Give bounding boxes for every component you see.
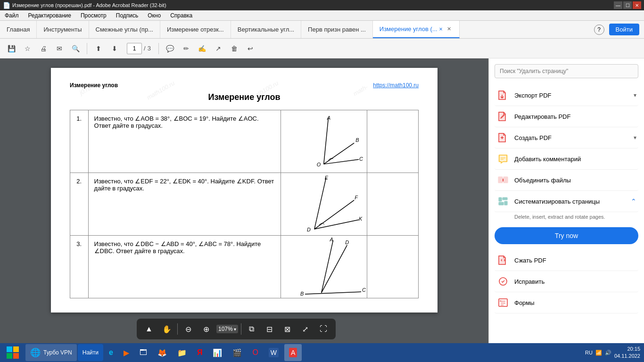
panel-item-edit[interactable]: Редактировать PDF — [495, 106, 638, 127]
next-page-button[interactable]: ⬇ — [108, 42, 121, 55]
diagram-svg-3: A D C B — [281, 236, 366, 296]
tab-tools[interactable]: Инструменты — [37, 21, 89, 38]
zoom-out-button[interactable]: ⊖ — [181, 321, 196, 337]
expand-create-icon[interactable]: ▾ — [634, 134, 636, 141]
svg-text:D: D — [307, 227, 311, 232]
prev-page-button[interactable]: ⬆ — [92, 42, 105, 55]
page-number-input[interactable] — [127, 43, 142, 54]
toolbar-separator-2 — [158, 43, 159, 54]
fit-page-button[interactable]: ⊟ — [262, 321, 277, 337]
menu-help[interactable]: Справка — [168, 11, 194, 20]
tab-first-sign[interactable]: Перв призн равен ... — [301, 21, 373, 38]
fullscreen-button[interactable]: ⛶ — [316, 321, 331, 337]
taskbar-item-vpn[interactable]: 🌐 Турбо VPN — [25, 344, 77, 361]
save-button[interactable]: 💾 — [5, 42, 18, 55]
taskbar-item-excel[interactable]: 📊 — [208, 344, 227, 361]
expand-organize-icon[interactable]: ⌃ — [631, 197, 636, 205]
menu-edit[interactable]: Редактирование — [26, 11, 73, 20]
organize-pages-icon — [496, 195, 510, 208]
panel-item-forms[interactable]: Формы — [495, 292, 638, 313]
pdf-header-link[interactable]: https://math100.ru — [373, 82, 419, 89]
bookmark-button[interactable]: ☆ — [21, 42, 34, 55]
taskbar-item-win[interactable]: 🗔 — [135, 344, 152, 361]
rotate-button[interactable]: ⤢ — [298, 321, 313, 337]
panel-item-compress[interactable]: Сжать PDF — [495, 250, 638, 271]
copy-button[interactable]: ⧉ — [244, 321, 259, 337]
prob-diagram-1: A B C O — [281, 110, 367, 173]
close-button[interactable]: ✕ — [633, 1, 641, 9]
panel-item-organize[interactable]: Систематизировать страницы ⌃ — [495, 191, 638, 212]
draw-button[interactable]: ✏ — [180, 42, 193, 55]
tab-measure-angles[interactable]: Измерение углов (... × ✕ — [373, 21, 460, 38]
menu-window[interactable]: Окно — [146, 11, 163, 20]
diagram-svg-1: A B C O — [281, 110, 366, 171]
panel-label-create: Создать PDF — [514, 134, 629, 141]
menu-view[interactable]: Просмотр — [79, 11, 108, 20]
panel-item-merge[interactable]: Объединить файлы — [495, 170, 638, 191]
svg-text:A: A — [327, 115, 330, 121]
taskbar-right: RU 📶 🔊 20:15 04.11.2022 — [585, 346, 643, 360]
login-button[interactable]: Войти — [609, 24, 639, 35]
problems-table: 1. Известно, что ∠AOB = 38°, ∠BOC = 19°.… — [70, 110, 419, 298]
pdf-header-title: Измерение углов — [70, 82, 118, 89]
page-navigation: / 3 — [127, 43, 151, 54]
zoom-display[interactable]: 107% ▾ — [216, 325, 238, 333]
svg-rect-29 — [499, 202, 504, 205]
prob-text-1: Известно, что ∠AOB = 38°, ∠BOC = 19°. На… — [88, 110, 281, 173]
email-button[interactable]: ✉ — [53, 42, 66, 55]
taskbar-item-video[interactable]: 🎬 — [228, 344, 247, 361]
taskbar-item-search[interactable]: Найти — [78, 344, 103, 361]
volume-icon: 🔊 — [605, 350, 611, 356]
start-button[interactable] — [1, 344, 25, 362]
menu-file[interactable]: Файл — [3, 11, 21, 20]
hand-tool-button[interactable]: ✋ — [159, 321, 174, 337]
taskbar-item-firefox[interactable]: 🦊 — [153, 344, 172, 361]
zoom-value: 107% — [218, 326, 233, 332]
panel-item-fix[interactable]: Исправить — [495, 271, 638, 292]
tab-close-icon[interactable]: ✕ — [446, 25, 453, 33]
maximize-button[interactable]: ☐ — [623, 1, 632, 9]
taskbar-item-ie[interactable]: e — [104, 344, 118, 361]
undo-button[interactable]: ↩ — [244, 42, 257, 55]
tab-measure-segments[interactable]: Измерение отрезк... — [160, 21, 231, 38]
tab-vertical-angles[interactable]: Вертикальные угл... — [231, 21, 301, 38]
highlight-button[interactable]: ✍ — [196, 42, 209, 55]
svg-rect-35 — [7, 346, 12, 352]
panel-item-export[interactable]: Экспорт PDF ▾ — [495, 85, 638, 106]
panel-search-input[interactable] — [495, 64, 638, 78]
delete-button[interactable]: 🗑 — [228, 42, 241, 55]
tab-adjacent-angles[interactable]: Смежные углы (пр... — [89, 21, 160, 38]
taskbar-item-ppt[interactable]: ▶ — [119, 344, 134, 361]
panel-item-create[interactable]: Создать PDF ▾ — [495, 127, 638, 148]
comment-button[interactable]: 💬 — [164, 42, 177, 55]
menu-sign[interactable]: Подпись — [114, 11, 140, 20]
svg-rect-30 — [504, 201, 507, 205]
cursor-tool-button[interactable]: ▲ — [141, 321, 157, 337]
fit-width-button[interactable]: ⊠ — [280, 321, 295, 337]
taskbar-item-word[interactable]: W — [264, 344, 283, 361]
taskbar-item-opera[interactable]: O — [248, 344, 263, 361]
help-icon[interactable]: ? — [594, 25, 604, 35]
title-bar-title: Измерение углов (прорешан).pdf - Adobe A… — [12, 2, 166, 8]
pdf-main-title: Измерение углов — [70, 92, 419, 102]
svg-line-14 — [305, 292, 361, 294]
toolbar-separator-1 — [87, 43, 87, 54]
vpn-icon: 🌐 — [30, 347, 41, 358]
prob-diagram-3: A D C B — [281, 236, 367, 298]
svg-text:E: E — [325, 175, 329, 181]
panel-label-forms: Формы — [514, 299, 636, 306]
pdf-viewer[interactable]: j0.ru math100.ru math100.ru math- Измере… — [0, 58, 488, 343]
minimize-button[interactable]: — — [614, 1, 622, 9]
zoom-in-button[interactable]: ⊕ — [198, 321, 214, 337]
taskbar-item-acrobat[interactable]: A — [284, 344, 302, 361]
panel-item-comment[interactable]: Добавить комментарий — [495, 148, 638, 170]
taskbar-item-yandex[interactable]: Я — [192, 344, 207, 361]
taskbar-item-files[interactable]: 📁 — [173, 344, 191, 361]
try-now-button[interactable]: Try now — [495, 227, 638, 244]
tab-home[interactable]: Главная — [0, 21, 37, 38]
print-button[interactable]: 🖨 — [37, 42, 50, 55]
share-button[interactable]: ↗ — [212, 42, 225, 55]
search-button[interactable]: 🔍 — [69, 42, 82, 55]
compress-pdf-icon — [496, 254, 510, 267]
expand-export-icon[interactable]: ▾ — [634, 92, 636, 99]
